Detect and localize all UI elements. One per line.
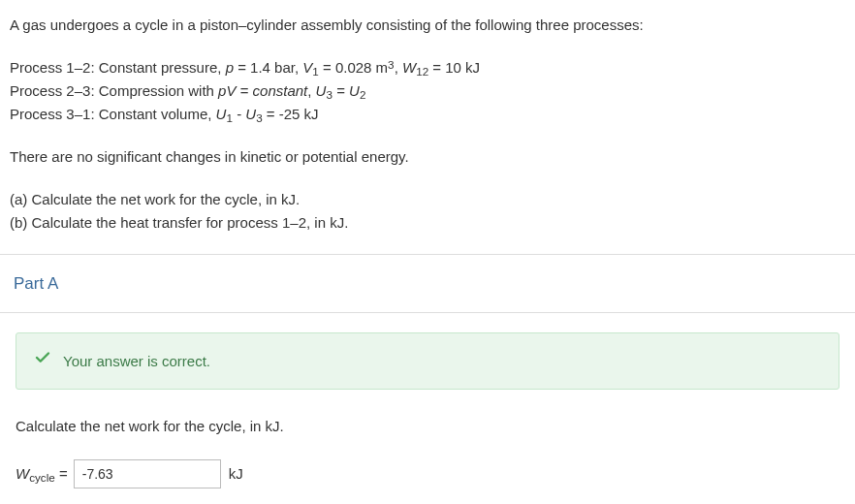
answer-input[interactable] [74, 459, 221, 488]
question-b: (b) Calculate the heat transfer for proc… [10, 211, 839, 235]
process-12: Process 1–2: Constant pressure, p = 1.4 … [10, 56, 839, 79]
answer-row: Wcycle = kJ [16, 459, 839, 488]
energy-note: There are no significant changes in kine… [10, 145, 839, 169]
intro-text: A gas undergoes a cycle in a piston–cyli… [10, 14, 839, 37]
process-23: Process 2–3: Compression with pV = const… [10, 79, 839, 103]
feedback-text: Your answer is correct. [63, 350, 210, 373]
answer-unit: kJ [227, 462, 243, 486]
process-31: Process 3–1: Constant volume, U1 - U3 = … [10, 103, 839, 126]
part-a-body: Your answer is correct. Calculate the ne… [0, 313, 855, 504]
part-a-prompt: Calculate the net work for the cycle, in… [16, 415, 839, 438]
checkmark-icon [34, 347, 51, 375]
problem-statement: A gas undergoes a cycle in a piston–cyli… [0, 0, 855, 254]
part-a-header[interactable]: Part A [0, 254, 855, 313]
answer-variable: Wcycle = [16, 462, 68, 486]
feedback-correct-banner: Your answer is correct. [16, 332, 839, 390]
question-a: (a) Calculate the net work for the cycle… [10, 188, 839, 211]
